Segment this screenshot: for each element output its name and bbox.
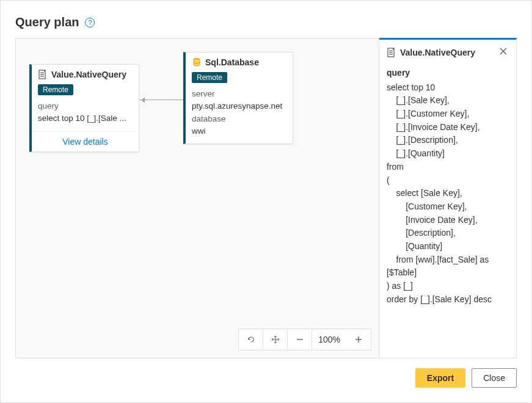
node-sql-database[interactable]: Sql.Database Remote server pty.sql.azure… [183,52,293,144]
close-button[interactable]: Close [472,368,517,388]
reset-view-button[interactable] [239,329,263,350]
dialog-footer: Export Close [15,358,517,388]
help-icon[interactable]: ? [85,18,95,27]
remote-badge: Remote [192,72,227,83]
details-body: query select top 10 [_].[Sale Key], [_].… [379,64,516,313]
plus-icon [354,335,363,344]
minus-icon [296,335,304,344]
remote-badge: Remote [38,84,73,95]
field-value: wwi [192,125,286,137]
fit-to-screen-button[interactable] [263,329,288,350]
node-header: Value.NativeQuery [32,65,139,82]
field-label: database [192,113,286,125]
field-label: query [38,100,133,112]
details-title: Value.NativeQuery [400,48,493,57]
query-text: select top 10 [_].[Sale Key], [_].[Custo… [387,81,509,307]
edge-arrow [139,100,183,100]
query-section-label: query [387,67,509,80]
dialog-body: Value.NativeQuery Remote query select to… [15,38,517,358]
export-button[interactable]: Export [415,368,465,388]
details-panel: Value.NativeQuery query select top 10 [_… [379,38,517,358]
field-label: server [192,88,286,100]
zoom-out-button[interactable] [288,329,312,350]
zoom-level-label: 100% [312,329,346,350]
page-icon [387,48,396,57]
node-title: Sql.Database [205,57,259,67]
move-icon [271,335,280,344]
zoom-toolbar: 100% [238,329,371,350]
dialog-header: Query plan ? [15,15,517,29]
node-header: Sql.Database [186,53,293,70]
query-plan-canvas[interactable]: Value.NativeQuery Remote query select to… [15,38,379,358]
query-plan-dialog: Query plan ? Value.NativeQuery [0,0,532,403]
page-title: Query plan [15,15,79,29]
close-details-button[interactable] [497,46,510,59]
details-header: Value.NativeQuery [379,40,516,64]
field-value: select top 10 [_].[Sale ... [38,112,133,125]
database-icon [192,57,202,67]
page-icon [38,70,48,79]
node-native-query[interactable]: Value.NativeQuery Remote query select to… [29,64,139,152]
node-title: Value.NativeQuery [51,70,126,79]
view-details-link[interactable]: View details [32,131,139,151]
close-icon [499,47,508,56]
node-body: query select top 10 [_].[Sale ... [32,98,139,131]
undo-icon [246,335,256,344]
node-body: server pty.sql.azuresynapse.net database… [186,85,293,143]
zoom-in-button[interactable] [346,329,371,350]
field-value: pty.sql.azuresynapse.net [192,100,286,112]
